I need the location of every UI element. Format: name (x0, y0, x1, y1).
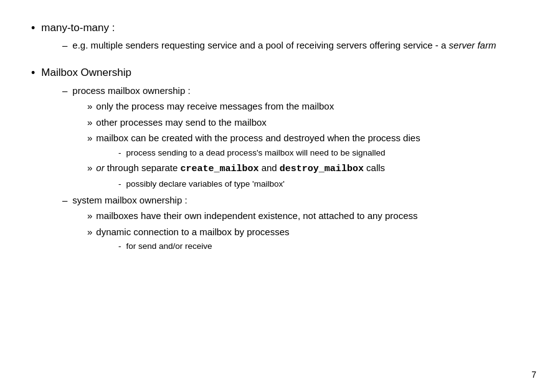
declare-variables-text: possibly declare variables of type 'mail… (126, 178, 285, 190)
other-processes-text: other processes may send to the mailbox (96, 116, 266, 130)
chevron-icon-3: » (87, 131, 92, 146)
or-through-text: or through separate create_mailbox and d… (96, 161, 385, 177)
slide: • many-to-many : – e.g. multiple senders… (0, 0, 555, 392)
chevron-icon-1: » (87, 100, 92, 114)
chevron-icon-2: » (87, 116, 92, 130)
system-mailbox-ownership: – system mailbox ownership : (62, 194, 524, 208)
dash-icon-3: - (118, 147, 121, 159)
only-process-text: only the process may receive messages fr… (96, 100, 334, 114)
dynamic-connection-text: dynamic connection to a mailbox by proce… (96, 225, 289, 240)
dead-process-item: - process sending to a dead process's ma… (118, 147, 524, 159)
only-process-item: » only the process may receive messages … (87, 100, 524, 114)
for-send-item: - for send and/or receive (118, 240, 524, 253)
system-mailbox-label: system mailbox ownership : (72, 194, 187, 208)
mailbox-created-text: mailbox can be created with the process … (96, 131, 420, 146)
server-farm-italic: server farm (449, 40, 496, 50)
for-send-text: for send and/or receive (126, 240, 212, 253)
dash-icon-1: – (62, 39, 67, 53)
section-many-to-many: • many-to-many : – e.g. multiple senders… (31, 21, 524, 53)
bullet-dot-1: • (31, 21, 35, 36)
dash-icon-2: – (62, 84, 67, 98)
dead-process-text: process sending to a dead process's mail… (126, 147, 386, 159)
dash-icon-4: - (118, 178, 121, 190)
or-through-item: » or through separate create_mailbox and… (87, 161, 524, 177)
mailbox-ownership-label: Mailbox Ownership (41, 65, 131, 80)
process-mailbox-ownership: – process mailbox ownership : (62, 84, 524, 98)
create-mailbox-bold: create_mailbox (180, 164, 259, 174)
mailboxes-independent-text: mailboxes have their own independent exi… (96, 209, 417, 223)
process-mailbox-label: process mailbox ownership : (72, 84, 190, 98)
dynamic-connection-item: » dynamic connection to a mailbox by pro… (87, 225, 524, 240)
bullet-dot-2: • (31, 65, 35, 81)
chevron-icon-4: » (87, 161, 92, 175)
mailboxes-independent-item: » mailboxes have their own independent e… (87, 209, 524, 223)
declare-variables-item: - possibly declare variables of type 'ma… (118, 178, 524, 190)
dash-icon-6: - (118, 240, 121, 253)
dash-icon-5: – (62, 194, 67, 208)
many-to-many-sub1: – e.g. multiple senders requesting servi… (62, 39, 524, 53)
page-number: 7 (531, 370, 536, 380)
destroy-mailbox-bold: destroy_mailbox (280, 164, 364, 174)
chevron-icon-5: » (87, 209, 92, 223)
chevron-icon-6: » (87, 225, 92, 240)
mailbox-created-item: » mailbox can be created with the proces… (87, 131, 524, 146)
many-to-many-label: many-to-many : (41, 21, 115, 35)
or-italic: or (96, 162, 104, 173)
other-processes-item: » other processes may send to the mailbo… (87, 116, 524, 130)
many-to-many-sub1-text: e.g. multiple senders requesting service… (72, 39, 496, 53)
section-mailbox-ownership: • Mailbox Ownership – process mailbox ow… (31, 65, 524, 253)
